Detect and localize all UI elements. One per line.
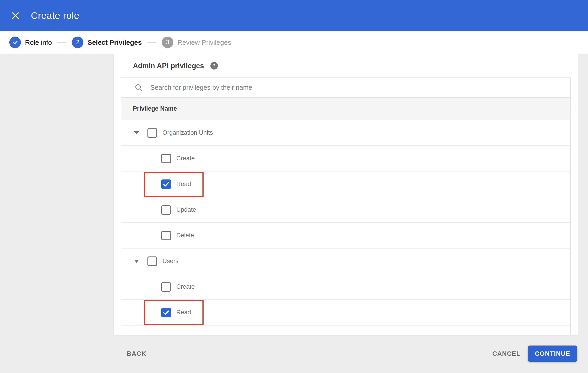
collapse-arrow-icon[interactable]	[134, 259, 139, 264]
step-select-privileges[interactable]: 2 Select Privileges	[72, 37, 142, 48]
checkbox-create[interactable]	[161, 282, 171, 292]
checkbox-delete[interactable]	[161, 231, 171, 240]
privilege-group-label: Users	[162, 258, 178, 265]
help-icon[interactable]: ?	[210, 62, 218, 70]
privilege-group-label: Organization Units	[162, 129, 213, 136]
privilege-label: Delete	[176, 232, 194, 239]
search-row	[121, 78, 570, 98]
search-input[interactable]	[150, 81, 570, 94]
privilege-label: Update	[176, 206, 196, 213]
checkbox-read[interactable]	[161, 179, 171, 189]
privilege-table-body: Organization UnitsCreateReadUpdateDelete…	[121, 120, 570, 335]
privilege-row-users-create: Create	[121, 274, 570, 300]
privilege-row-users-read: Read	[121, 300, 570, 326]
privilege-group-row-users: Users	[121, 249, 570, 274]
privilege-row-organization-units-create: Create	[121, 146, 570, 172]
privilege-group-row-organization-units: Organization Units	[121, 120, 570, 146]
search-icon	[135, 83, 143, 92]
privilege-label: Create	[176, 283, 195, 290]
continue-button[interactable]: CONTINUE	[528, 345, 577, 362]
privilege-row-organization-units-delete: Delete	[121, 223, 570, 249]
step-label: Select Privileges	[87, 39, 142, 46]
back-button[interactable]: BACK	[122, 345, 151, 362]
privileges-card: Admin API privileges ? Privilege Name Or…	[114, 54, 578, 335]
step-review-privileges[interactable]: 3 Review Privileges	[162, 37, 231, 48]
checkbox-organization-units[interactable]	[147, 128, 157, 138]
privilege-row-organization-units-update: Update	[121, 197, 570, 223]
card-heading-row: Admin API privileges ?	[114, 54, 578, 77]
checkbox-read[interactable]	[161, 308, 171, 317]
partial-row	[121, 326, 570, 335]
highlight-box	[144, 172, 204, 197]
step-complete-check-icon	[9, 37, 21, 48]
step-role-info[interactable]: Role info	[9, 37, 52, 48]
step-label: Role info	[25, 39, 52, 46]
privilege-label: Create	[176, 155, 195, 162]
close-icon[interactable]	[9, 9, 22, 22]
cancel-button[interactable]: CANCEL	[485, 345, 527, 362]
checkbox-users[interactable]	[147, 257, 157, 266]
section-title: Admin API privileges	[133, 62, 204, 70]
step-number-badge: 2	[72, 37, 83, 48]
step-label: Review Privileges	[178, 39, 231, 46]
checkbox-update[interactable]	[161, 205, 171, 215]
appbar: Create role	[0, 0, 588, 31]
dialog-title: Create role	[31, 10, 79, 21]
privilege-label: Read	[176, 309, 191, 316]
highlight-box	[144, 300, 204, 325]
privilege-row-organization-units-read: Read	[121, 172, 570, 197]
step-connector	[147, 42, 156, 43]
step-connector	[57, 42, 66, 43]
privilege-label: Read	[176, 181, 191, 188]
stepper: Role info 2 Select Privileges 3 Review P…	[0, 31, 588, 54]
column-header-privilege-name: Privilege Name	[133, 105, 177, 112]
collapse-arrow-icon[interactable]	[134, 130, 139, 136]
step-number-badge: 3	[162, 37, 173, 48]
table-header-row: Privilege Name	[121, 98, 570, 120]
privilege-table: Privilege Name Organization UnitsCreateR…	[121, 77, 571, 335]
checkbox-create[interactable]	[161, 154, 171, 163]
